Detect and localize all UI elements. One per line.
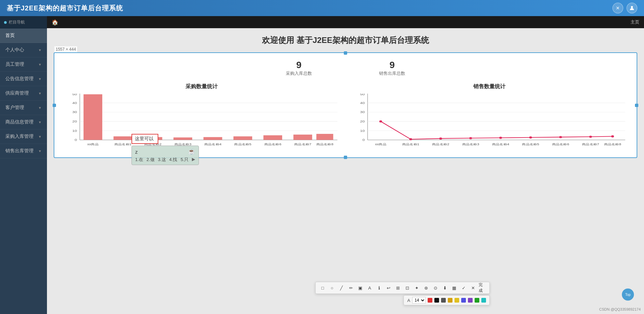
tool-check[interactable]: ✓: [460, 284, 467, 292]
ime-more[interactable]: ▶: [192, 157, 195, 163]
sales-chart-svg: 0 10 20 30 40 50: [349, 94, 630, 151]
tool-target[interactable]: ⊛: [422, 284, 430, 292]
svg-text:xx商品: xx商品: [375, 143, 386, 146]
svg-point-44: [409, 138, 412, 140]
stats-row: 9 采购入库总数 9 销售出库总数: [61, 60, 630, 76]
sidebar-item-purchase[interactable]: 采购入库管理 ▼: [0, 129, 47, 144]
tool-info[interactable]: ℹ: [375, 284, 383, 292]
tool-cancel[interactable]: ✕: [469, 284, 477, 292]
purchase-chart-title: 采购数量统计: [61, 83, 342, 90]
svg-rect-21: [204, 137, 222, 140]
sidebar-item-supplier[interactable]: 供应商管理 ▼: [0, 86, 47, 101]
tool-line[interactable]: ╱: [338, 284, 345, 292]
sidebar-item-profile[interactable]: 个人中心 ▼: [0, 43, 47, 57]
color-teal[interactable]: [481, 298, 486, 303]
svg-point-49: [559, 136, 562, 138]
svg-text:40: 40: [72, 101, 77, 104]
sidebar-arrow-purchase: ▼: [38, 135, 42, 139]
color-purple[interactable]: [468, 298, 473, 303]
svg-text:商品名称2: 商品名称2: [432, 143, 449, 146]
tool-mosaic[interactable]: ▣: [357, 284, 364, 292]
stat-sales-number: 9: [379, 60, 405, 70]
breadcrumb-label: 主页: [631, 19, 639, 25]
tool-circle[interactable]: ○: [328, 284, 336, 292]
svg-point-47: [499, 137, 502, 139]
color-yellow[interactable]: [454, 298, 459, 303]
svg-text:xx商品: xx商品: [87, 143, 99, 146]
stat-purchase: 9 采购入库总数: [286, 60, 312, 76]
svg-text:商品名称8: 商品名称8: [316, 143, 334, 146]
sales-chart-section: 销售数量统计 0 10 20 30 40: [349, 83, 630, 151]
breadcrumb: 🏠 主页: [47, 16, 644, 28]
tool-text[interactable]: A: [366, 284, 373, 292]
sidebar-arrow-sales: ▼: [38, 149, 42, 153]
top-button[interactable]: Top: [622, 289, 634, 301]
chart-handle-right[interactable]: [635, 104, 638, 107]
annotation-toolbar-row2: A 14 12 16 18 20: [404, 295, 490, 305]
color-black[interactable]: [434, 298, 439, 303]
stat-sales: 9 销售出库总数: [379, 60, 405, 76]
color-orange[interactable]: [448, 298, 452, 303]
user-button[interactable]: [627, 3, 637, 13]
tool-rect[interactable]: □: [319, 284, 326, 292]
svg-text:商品名称4: 商品名称4: [204, 143, 222, 146]
home-icon[interactable]: 🏠: [52, 19, 58, 25]
color-green[interactable]: [475, 298, 479, 303]
svg-text:50: 50: [72, 94, 77, 96]
color-red[interactable]: [428, 298, 432, 303]
svg-text:商品名称7: 商品名称7: [582, 143, 599, 146]
sidebar-item-home[interactable]: 首页: [0, 29, 47, 43]
tool-circle2[interactable]: ⊙: [432, 284, 439, 292]
svg-rect-29: [316, 134, 333, 140]
chart-handle-left[interactable]: [53, 104, 56, 107]
tool-grid[interactable]: ⊞: [394, 284, 401, 292]
svg-text:40: 40: [360, 101, 365, 104]
svg-point-50: [589, 136, 592, 138]
page-title: 欢迎使用 基于J2EE架构的超市订单后台理系统: [54, 35, 637, 46]
svg-text:10: 10: [72, 129, 77, 132]
svg-text:商品名称3: 商品名称3: [462, 143, 480, 146]
sidebar-item-product[interactable]: 商品信息管理 ▼: [0, 115, 47, 129]
tool-star[interactable]: ✦: [413, 284, 420, 292]
svg-rect-23: [233, 137, 252, 140]
svg-text:商品名称6: 商品名称6: [552, 143, 570, 146]
sidebar-item-announcement[interactable]: 公告信息管理 ▼: [0, 72, 47, 86]
tool-crop[interactable]: ⊡: [404, 284, 411, 292]
sidebar-arrow-staff: ▼: [38, 63, 42, 66]
tool-pen[interactable]: ✏: [347, 284, 355, 292]
color-gray[interactable]: [441, 298, 446, 303]
color-blue[interactable]: [461, 298, 466, 303]
sidebar-profile-label: 个人中心: [5, 47, 24, 53]
svg-text:商品名称1: 商品名称1: [114, 143, 132, 146]
ime-suggestion-4[interactable]: 4.找: [169, 157, 177, 163]
ime-popup: z ☕ 1.在 2.做 3.这 4.找 5.只 ▶: [131, 146, 199, 165]
svg-text:商品名称8: 商品名称8: [604, 143, 622, 146]
sidebar-arrow-customer: ▼: [38, 106, 42, 110]
sidebar-customer-label: 客户管理: [5, 105, 24, 111]
chart-handle-bottom[interactable]: [344, 156, 347, 159]
sidebar-item-customer[interactable]: 客户管理 ▼: [0, 101, 47, 115]
sidebar-staff-label: 员工管理: [5, 61, 24, 67]
ime-suggestion-1[interactable]: 1.在: [135, 157, 143, 163]
sidebar-item-sales[interactable]: 销售出库管理 ▼: [0, 144, 47, 158]
close-button[interactable]: ✕: [612, 3, 623, 13]
ime-suggestion-2[interactable]: 2.做: [147, 157, 155, 163]
svg-point-43: [379, 120, 382, 122]
sidebar-arrow-supplier: ▼: [38, 92, 42, 95]
sidebar-item-staff[interactable]: 员工管理 ▼: [0, 57, 47, 72]
csdn-text: CSDN @QQ3359892174: [599, 307, 641, 311]
chart-handle-top[interactable]: [344, 51, 347, 55]
svg-rect-25: [263, 135, 282, 140]
stat-sales-label: 销售出库总数: [379, 70, 405, 76]
tool-copy[interactable]: ▦: [450, 284, 458, 292]
svg-text:20: 20: [72, 120, 77, 123]
tool-download[interactable]: ⬇: [441, 284, 448, 292]
text-input-box[interactable]: 这里可以: [131, 134, 158, 144]
font-size-select[interactable]: 14 12 16 18 20: [412, 297, 426, 304]
tool-undo[interactable]: ↩: [385, 284, 392, 292]
ime-suggestion-5[interactable]: 5.只: [180, 157, 189, 163]
tool-finish[interactable]: 完成: [479, 284, 486, 292]
svg-point-48: [529, 137, 532, 139]
ime-suggestion-3[interactable]: 3.这: [158, 157, 166, 163]
svg-point-51: [611, 135, 614, 137]
